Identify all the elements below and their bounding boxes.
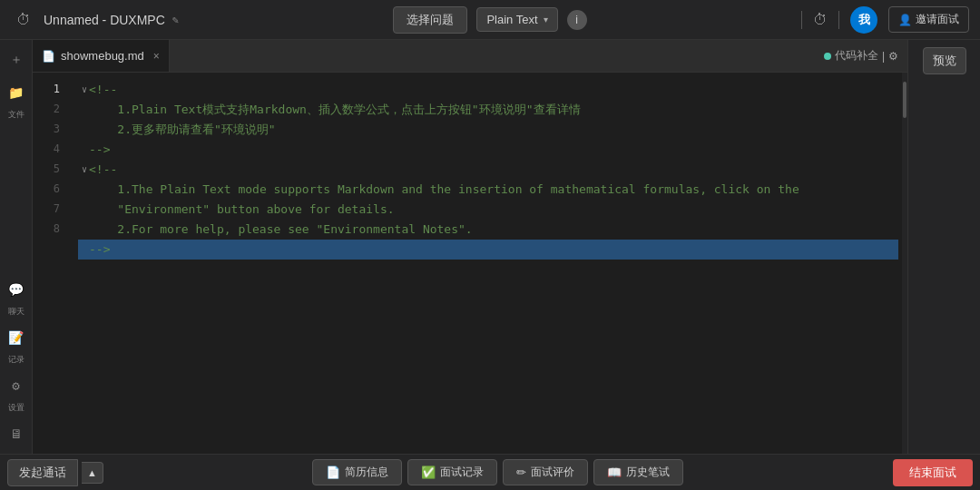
file-icon: 📁 bbox=[4, 80, 29, 105]
code-line-6: 1.The Plain Text mode supports Markdown … bbox=[78, 180, 898, 220]
add-icon: ＋ bbox=[4, 47, 29, 73]
divider bbox=[838, 11, 839, 29]
settings-icon-small[interactable]: ⚙ bbox=[888, 50, 898, 63]
bottom-tab-resume[interactable]: 📄 简历信息 bbox=[312, 459, 402, 485]
divider bbox=[801, 11, 802, 29]
tab-filename: showmebug.md bbox=[61, 49, 144, 63]
app-title: Unnamed - DUXMPC bbox=[44, 13, 165, 27]
edit-title-icon[interactable]: ✎ bbox=[172, 14, 179, 26]
settings-icon: ⚙ bbox=[4, 373, 29, 398]
preview-button[interactable]: 预览 bbox=[923, 47, 966, 74]
line-num-4: 4 bbox=[33, 140, 67, 160]
mini-scrollbar[interactable] bbox=[902, 73, 907, 454]
chevron-down-icon: ▾ bbox=[544, 15, 548, 24]
sidebar-item-notes[interactable]: 📝 记录 bbox=[4, 325, 29, 366]
top-bar-right: ⏱ 我 👤 邀请面试 bbox=[587, 6, 969, 34]
resume-label: 简历信息 bbox=[345, 465, 388, 480]
code-line-3: 2.更多帮助请查看"环境说明" bbox=[78, 120, 898, 140]
code-complete-badge: 代码补全 | ⚙ bbox=[824, 48, 898, 64]
plain-text-button[interactable]: Plain Text ▾ bbox=[476, 7, 557, 32]
top-bar-left: ⏱ Unnamed - DUXMPC ✎ bbox=[11, 7, 393, 33]
history-exam-label: 历史笔试 bbox=[626, 465, 670, 480]
code-line-5: ∨<!-- bbox=[78, 160, 898, 180]
line-num-8: 8 bbox=[33, 220, 67, 240]
line-num-7: 7 bbox=[33, 200, 67, 220]
invite-button[interactable]: 👤 邀请面试 bbox=[888, 6, 969, 33]
sidebar-item-file[interactable]: 📁 文件 bbox=[4, 80, 29, 121]
tab-bar: 📄 showmebug.md × 代码补全 | ⚙ bbox=[33, 40, 907, 73]
code-editor[interactable]: ∨<!-- 1.Plain Text模式支持Markdown、插入数学公式，点击… bbox=[74, 73, 902, 454]
screen-icon: 🖥 bbox=[4, 421, 29, 446]
interview-eval-icon: ✏ bbox=[516, 466, 526, 479]
sidebar-label-settings: 设置 bbox=[8, 402, 24, 414]
bottom-bar: 发起通话 ▲ 📄 简历信息 ✅ 面试记录 ✏ 面试评价 📖 历史笔试 结束面试 bbox=[0, 454, 980, 490]
line-num-6: 6 bbox=[33, 180, 67, 200]
sidebar-label-notes: 记录 bbox=[8, 354, 24, 366]
fold-icon-5[interactable]: ∨ bbox=[82, 160, 87, 180]
bottom-right: 结束面试 bbox=[893, 459, 973, 486]
sidebar-label-chat: 聊天 bbox=[8, 306, 24, 318]
dot-separator: | bbox=[882, 50, 885, 63]
top-bar: ⏱ Unnamed - DUXMPC ✎ 选择问题 Plain Text ▾ i… bbox=[0, 0, 980, 40]
interview-record-label: 面试记录 bbox=[440, 465, 484, 480]
right-panel: 预览 bbox=[907, 40, 980, 454]
sidebar-item-add[interactable]: ＋ bbox=[4, 47, 29, 73]
main-area: ＋ 📁 文件 💬 聊天 📝 记录 ⚙ 设置 🖥 📄 showmebug.m bbox=[0, 40, 980, 454]
interview-eval-label: 面试评价 bbox=[531, 465, 574, 480]
bottom-tab-interview-record[interactable]: ✅ 面试记录 bbox=[407, 459, 497, 485]
line-num-2: 2 bbox=[33, 100, 67, 120]
bottom-tab-history[interactable]: 📖 历史笔试 bbox=[593, 459, 683, 485]
sidebar-item-screen[interactable]: 🖥 bbox=[4, 421, 29, 446]
plain-text-label: Plain Text bbox=[486, 13, 537, 26]
top-bar-center: 选择问题 Plain Text ▾ i bbox=[393, 6, 586, 34]
tab-actions: 代码补全 | ⚙ bbox=[824, 40, 907, 72]
code-line-8: --> bbox=[78, 240, 898, 260]
info-icon[interactable]: i bbox=[567, 10, 587, 30]
scrollbar-thumb bbox=[903, 82, 906, 118]
tab-close-icon[interactable]: × bbox=[153, 50, 160, 63]
line-num-5: 5 bbox=[33, 160, 67, 180]
code-line-1: ∨<!-- bbox=[78, 80, 898, 100]
avatar: 我 bbox=[850, 6, 877, 34]
line-num-1: 1 bbox=[33, 80, 67, 100]
person-icon: 👤 bbox=[898, 14, 912, 26]
bottom-left: 发起通话 ▲ bbox=[7, 459, 103, 486]
invite-label: 邀请面试 bbox=[916, 12, 959, 27]
fold-icon-1[interactable]: ∨ bbox=[82, 80, 87, 100]
clock-icon: ⏱ bbox=[11, 7, 36, 33]
history-exam-icon: 📖 bbox=[607, 466, 622, 479]
end-interview-button[interactable]: 结束面试 bbox=[893, 459, 973, 486]
resume-icon: 📄 bbox=[326, 466, 340, 479]
bottom-tabs: 📄 简历信息 ✅ 面试记录 ✏ 面试评价 📖 历史笔试 bbox=[103, 459, 893, 485]
content-area: 📄 showmebug.md × 代码补全 | ⚙ 1 2 3 4 5 bbox=[33, 40, 907, 454]
tab-showmebug[interactable]: 📄 showmebug.md × bbox=[33, 40, 170, 72]
code-line-2: 1.Plain Text模式支持Markdown、插入数学公式，点击上方按钮"环… bbox=[78, 100, 898, 120]
left-sidebar: ＋ 📁 文件 💬 聊天 📝 记录 ⚙ 设置 🖥 bbox=[0, 40, 33, 454]
chat-icon: 💬 bbox=[4, 277, 29, 302]
launch-expand-button[interactable]: ▲ bbox=[82, 462, 103, 484]
sidebar-item-settings[interactable]: ⚙ 设置 bbox=[4, 373, 29, 414]
code-line-4: --> bbox=[78, 140, 898, 160]
editor-area: 1 2 3 4 5 6 7 8 ∨<!-- 1.Plain Text模式支持Ma… bbox=[33, 73, 907, 454]
code-line-7: 2.For more help, please see "Environment… bbox=[78, 220, 898, 240]
status-dot bbox=[824, 53, 831, 60]
notes-icon: 📝 bbox=[4, 325, 29, 350]
tab-file-icon: 📄 bbox=[42, 50, 55, 63]
code-complete-label: 代码补全 bbox=[835, 48, 878, 64]
line-numbers: 1 2 3 4 5 6 7 8 bbox=[33, 73, 74, 454]
interview-record-icon: ✅ bbox=[421, 466, 436, 479]
launch-call-button[interactable]: 发起通话 bbox=[7, 459, 78, 486]
sidebar-label-file: 文件 bbox=[8, 109, 24, 121]
line-num-3: 3 bbox=[33, 120, 67, 140]
history-icon[interactable]: ⏱ bbox=[813, 11, 828, 28]
sidebar-item-chat[interactable]: 💬 聊天 bbox=[4, 277, 29, 318]
bottom-tab-interview-eval[interactable]: ✏ 面试评价 bbox=[503, 459, 588, 485]
select-question-button[interactable]: 选择问题 bbox=[393, 6, 467, 34]
